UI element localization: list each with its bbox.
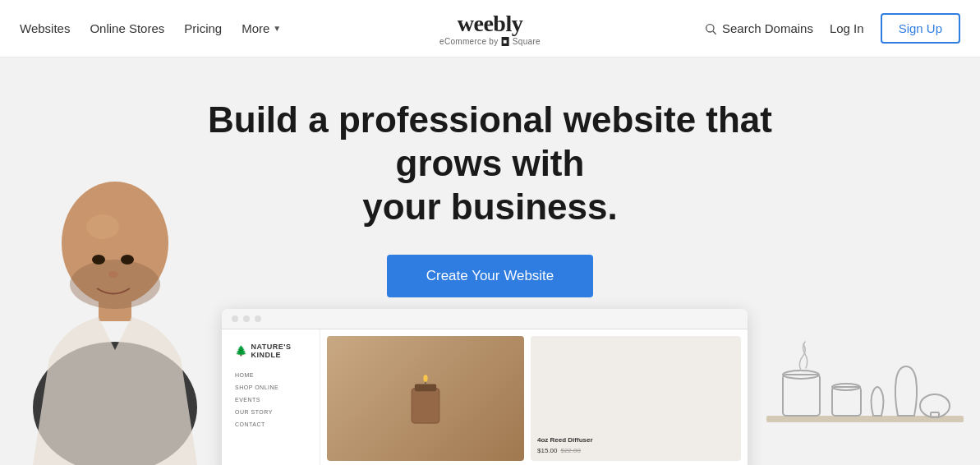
create-website-button[interactable]: Create Your Website (387, 255, 594, 297)
svg-rect-18 (832, 387, 861, 416)
svg-rect-21 (931, 412, 939, 417)
nav-websites[interactable]: Websites (20, 21, 70, 35)
svg-point-5 (70, 260, 160, 309)
mock-product-image-left (327, 336, 524, 461)
nav-more-dropdown[interactable]: More ▼ (242, 21, 281, 35)
svg-point-9 (108, 271, 118, 278)
browser-dot-3 (255, 315, 261, 322)
hero-headline-line2: your business. (362, 186, 618, 227)
mock-brand-name: 🌲 NATURE'S KINDLE (235, 343, 306, 359)
svg-line-1 (713, 31, 716, 35)
header: Websites Online Stores Pricing More ▼ we… (0, 0, 980, 58)
mock-images-area: 4oz Reed Diffuser $15.00 $22.00 (320, 329, 748, 465)
nav-online-stores[interactable]: Online Stores (90, 21, 164, 35)
svg-point-14 (423, 375, 427, 382)
login-link[interactable]: Log In (830, 21, 864, 35)
person-image (0, 177, 214, 465)
square-icon: ■ (502, 37, 509, 46)
search-domains-button[interactable]: Search Domains (704, 21, 813, 35)
svg-point-6 (86, 214, 119, 239)
mock-sidebar: 🌲 NATURE'S KINDLE HOME SHOP ONLINE EVENT… (222, 329, 320, 465)
mock-product-name: 4oz Reed Diffuser (537, 436, 734, 444)
mock-brand-icon: 🌲 (235, 345, 248, 357)
mock-price-old: $22.00 (560, 447, 580, 454)
right-illustration (750, 301, 980, 465)
mock-product-detail: 4oz Reed Diffuser $15.00 $22.00 (531, 336, 741, 461)
search-icon (704, 22, 717, 35)
mock-nav-contact: CONTACT (235, 421, 306, 427)
mock-website-card: 🌲 NATURE'S KINDLE HOME SHOP ONLINE EVENT… (222, 309, 748, 465)
logo-name: weebly (439, 11, 541, 37)
search-domains-label: Search Domains (722, 21, 813, 35)
nav-pricing[interactable]: Pricing (184, 21, 222, 35)
hero-headline-line1: Build a professional website that grows … (208, 99, 772, 183)
svg-rect-11 (412, 389, 439, 422)
hero-headline: Build a professional website that grows … (203, 99, 778, 228)
browser-dot-1 (232, 315, 238, 322)
svg-rect-12 (415, 384, 436, 392)
mock-price-current: $15.00 (537, 447, 557, 454)
nav-left: Websites Online Stores Pricing More ▼ (20, 21, 281, 35)
svg-point-7 (92, 255, 105, 265)
mock-nav-home: HOME (235, 372, 306, 378)
mock-nav-story: OUR STORY (235, 409, 306, 415)
chevron-down-icon: ▼ (273, 24, 281, 33)
nav-more-label: More (242, 21, 269, 35)
svg-point-20 (920, 394, 950, 417)
mock-nav-shop: SHOP ONLINE (235, 384, 306, 390)
signup-button[interactable]: Sign Up (881, 13, 960, 44)
mock-browser-bar (222, 309, 748, 329)
logo-subtitle: eCommerce by ■ Square (439, 37, 541, 47)
svg-rect-16 (783, 375, 820, 416)
svg-point-0 (706, 24, 714, 31)
svg-point-8 (121, 255, 134, 265)
nav-right: Search Domains Log In Sign Up (704, 13, 960, 44)
mock-nav-events: EVENTS (235, 397, 306, 403)
main-content: Build a professional website that grows … (0, 58, 980, 465)
logo[interactable]: weebly eCommerce by ■ Square (439, 11, 541, 47)
browser-dot-2 (243, 315, 250, 322)
mock-website-content: 🌲 NATURE'S KINDLE HOME SHOP ONLINE EVENT… (222, 329, 748, 465)
